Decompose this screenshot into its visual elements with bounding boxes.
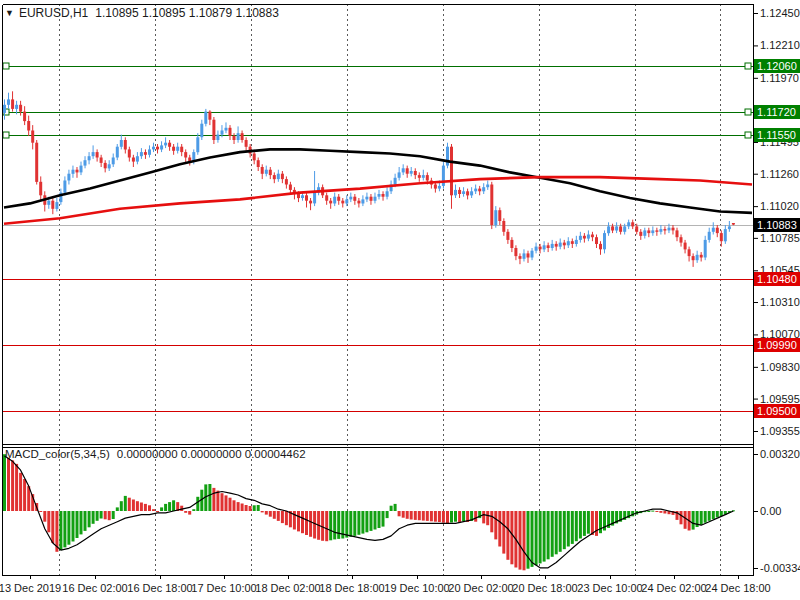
macd-histogram-bar xyxy=(11,460,14,511)
time-axis-label[interactable]: 13 Dec 2019 xyxy=(0,582,61,594)
level-line-handle[interactable] xyxy=(3,63,9,69)
price-axis-label[interactable]: 1.09355 xyxy=(760,425,800,437)
candle-body xyxy=(414,171,417,175)
candle-body xyxy=(168,143,171,147)
price-axis-label[interactable]: 1.11260 xyxy=(760,168,799,180)
macd-histogram-bar xyxy=(96,511,99,521)
price-axis-label[interactable]: 1.09830 xyxy=(760,361,800,373)
candle-body xyxy=(285,179,288,184)
macd-histogram-bar xyxy=(442,511,445,523)
macd-histogram-bar xyxy=(595,511,598,536)
time-axis-label[interactable]: 18 Dec 18:00 xyxy=(319,582,384,594)
candle-body xyxy=(398,172,401,177)
candle-body xyxy=(494,210,497,225)
candle-body xyxy=(659,229,662,232)
candle-body xyxy=(80,166,83,173)
candle-body xyxy=(382,194,385,197)
price-axis-label[interactable]: 1.11970 xyxy=(760,72,799,84)
macd-histogram-bar xyxy=(498,511,501,547)
price-axis-label[interactable]: 1.12450 xyxy=(760,7,800,19)
time-axis-label[interactable]: 18 Dec 02:00 xyxy=(255,582,320,594)
candle-body xyxy=(237,133,240,140)
macd-histogram-bar xyxy=(494,511,497,539)
macd-histogram-bar xyxy=(535,511,538,565)
tick-down-icon: ▼ xyxy=(5,8,14,18)
macd-histogram-bar xyxy=(361,511,364,534)
level-line-handle[interactable] xyxy=(745,109,751,115)
macd-histogram-bar xyxy=(325,511,328,541)
candle-body xyxy=(655,230,658,231)
macd-histogram-bar xyxy=(273,511,276,519)
macd-histogram-bar xyxy=(156,511,159,512)
candle-body xyxy=(67,174,70,181)
candle-body xyxy=(216,135,219,140)
candle-body xyxy=(31,131,34,143)
macd-histogram-bar xyxy=(382,511,385,527)
macd-histogram-bar xyxy=(374,511,377,530)
macd-histogram-bar xyxy=(188,511,191,515)
macd-axis-label[interactable]: -0.0033460 xyxy=(760,562,800,574)
macd-histogram-bar xyxy=(168,502,171,511)
time-axis-label[interactable]: 20 Dec 18:00 xyxy=(512,582,577,594)
price-axis-label[interactable]: 1.10785 xyxy=(760,232,800,244)
time-axis-label[interactable]: 23 Dec 10:00 xyxy=(577,582,642,594)
candle-body xyxy=(277,174,280,179)
candle-body xyxy=(531,251,534,258)
candle-body xyxy=(3,105,6,113)
macd-axis-label[interactable]: 0.0032094 xyxy=(760,448,800,460)
macd-histogram-bar xyxy=(563,511,566,549)
time-axis-label[interactable]: 19 Dec 10:00 xyxy=(384,582,449,594)
candle-body xyxy=(120,140,123,147)
macd-histogram-bar xyxy=(269,511,272,517)
candle-body xyxy=(180,147,183,152)
price-axis-label[interactable]: 1.09595 xyxy=(760,393,800,405)
time-axis-label[interactable]: 24 Dec 02:00 xyxy=(641,582,706,594)
candle-body xyxy=(374,197,377,201)
candle-body xyxy=(269,170,272,175)
level-line-handle[interactable] xyxy=(745,132,751,138)
macd-axis-label[interactable]: 0.00 xyxy=(760,505,781,517)
time-axis-label[interactable]: 20 Dec 02:00 xyxy=(448,582,513,594)
macd-histogram-bar xyxy=(212,488,215,511)
candle-body xyxy=(208,112,211,120)
macd-indicator-header[interactable]: MACD_color(5,34,5)0.00000000 0.00000000 … xyxy=(5,448,306,460)
macd-histogram-bar xyxy=(192,509,195,511)
candle-body xyxy=(337,197,340,201)
candle-body xyxy=(144,152,147,155)
candle-body xyxy=(253,154,256,161)
candle-body xyxy=(696,255,699,260)
candle-body xyxy=(728,226,731,229)
candle-body xyxy=(595,237,598,244)
price-axis-label[interactable]: 1.11020 xyxy=(760,200,799,212)
macd-histogram-bar xyxy=(527,511,530,569)
candle-body xyxy=(35,143,38,182)
macd-histogram-bar xyxy=(386,511,389,518)
time-axis-label[interactable]: 24 Dec 18:00 xyxy=(705,582,770,594)
macd-histogram-bar xyxy=(486,511,489,525)
macd-histogram-bar xyxy=(519,511,522,570)
macd-histogram-bar xyxy=(378,511,381,528)
macd-histogram-bar xyxy=(659,511,662,513)
time-axis-label[interactable]: 16 Dec 18:00 xyxy=(127,582,192,594)
candle-body xyxy=(438,186,441,189)
time-axis-label[interactable]: 16 Dec 02:00 xyxy=(62,582,127,594)
candle-body xyxy=(329,201,332,204)
level-line-handle[interactable] xyxy=(3,132,9,138)
candle-body xyxy=(136,156,139,161)
macd-histogram-bar xyxy=(329,511,332,540)
time-axis-label[interactable]: 17 Dec 10:00 xyxy=(191,582,256,594)
chart-canvas[interactable]: 1.124501.122101.119701.114951.112601.110… xyxy=(0,0,800,600)
candle-body xyxy=(112,158,115,165)
macd-histogram-bar xyxy=(208,484,211,511)
ohlc-high: 1.10895 xyxy=(142,6,185,20)
chart-window[interactable]: 1.124501.122101.119701.114951.112601.110… xyxy=(0,0,800,600)
level-line-handle[interactable] xyxy=(745,63,751,69)
candle-body xyxy=(325,195,328,200)
candle-body xyxy=(450,147,453,196)
macd-histogram-bar xyxy=(438,511,441,522)
candle-body xyxy=(15,105,18,109)
price-axis-label[interactable]: 1.10310 xyxy=(760,296,800,308)
macd-histogram-bar xyxy=(225,495,228,511)
macd-histogram-bar xyxy=(164,504,167,511)
price-axis-label[interactable]: 1.12210 xyxy=(760,39,800,51)
